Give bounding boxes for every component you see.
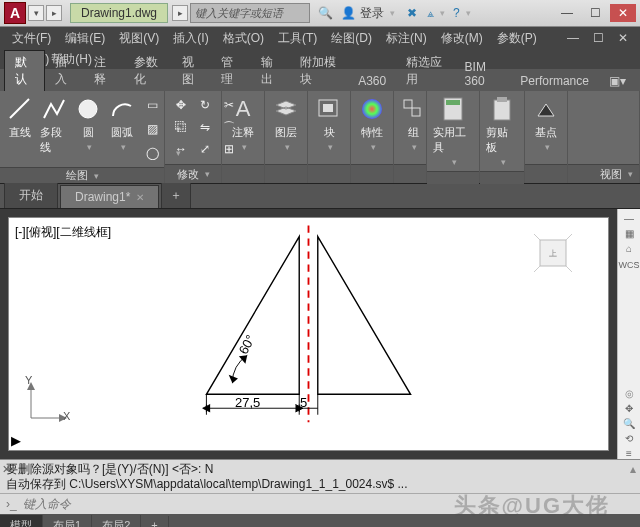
ribbon-tab-view[interactable]: 视图 [172, 51, 211, 91]
layer-button[interactable]: 图层▾ [271, 95, 301, 152]
search-input[interactable]: 键入关键字或短语 [190, 3, 310, 23]
ribbon-tab-param[interactable]: 参数化 [124, 51, 173, 91]
text-icon: A [229, 95, 257, 123]
menu-modify[interactable]: 修改(M) [435, 28, 489, 49]
group-button[interactable]: 组▾ [400, 95, 426, 152]
title-tab-nav[interactable]: ▸ [172, 5, 188, 21]
close-tab-icon[interactable]: ✕ [136, 192, 144, 203]
polyline-button[interactable]: 多段线 [40, 95, 68, 155]
nav-cube-icon[interactable]: ▦ [625, 228, 634, 239]
block-button[interactable]: 块▾ [314, 95, 344, 152]
panel-title-view[interactable]: 视图 [600, 167, 622, 182]
title-document-tab[interactable]: Drawing1.dwg [70, 3, 168, 23]
viewcube[interactable]: 上 [526, 226, 580, 280]
panel-title-modify[interactable]: 修改 [177, 167, 199, 182]
help-icon[interactable]: ? [453, 6, 460, 20]
move-icon[interactable]: ✥ [171, 95, 191, 115]
layout-tab-add[interactable]: + [141, 516, 168, 527]
base-button[interactable]: 基点▾ [531, 95, 561, 152]
login-link[interactable]: 登录 [360, 5, 384, 22]
ribbon-tab-insert[interactable]: 插入 [45, 51, 84, 91]
menu-param[interactable]: 参数(P) [491, 28, 543, 49]
group-icon [399, 95, 427, 123]
svg-line-0 [10, 99, 29, 118]
hatch-icon[interactable]: ▨ [142, 119, 162, 139]
qat-expand[interactable]: ▸ [46, 5, 62, 21]
nav-more-icon[interactable]: ≡ [626, 448, 632, 459]
drawing-canvas[interactable]: [-][俯视][二维线框] 上 27,5 [8, 217, 609, 451]
base-icon [532, 95, 560, 123]
scale-icon[interactable]: ⤢ [195, 139, 215, 159]
block-icon [315, 95, 343, 123]
prop-button[interactable]: 特性▾ [357, 95, 387, 152]
minimize-button[interactable]: — [554, 4, 580, 22]
ribbon-tab-perf[interactable]: Performance [510, 71, 599, 91]
mirror-icon[interactable]: ⇋ [195, 117, 215, 137]
wcs-label[interactable]: WCS [619, 260, 640, 270]
rotate-icon[interactable]: ↻ [195, 95, 215, 115]
a360-icon[interactable]: ⟁ [427, 6, 434, 20]
cmd-scroll-down-icon[interactable]: ▾ [630, 491, 636, 493]
menubar-min[interactable]: — [561, 29, 585, 47]
search-icon[interactable]: 🔍 [318, 6, 333, 20]
panel-title-draw[interactable]: 绘图 [66, 168, 88, 183]
nav-zoom-icon[interactable]: 🔍 [623, 418, 635, 429]
menu-format[interactable]: 格式(O) [217, 28, 270, 49]
util-button[interactable]: 实用工具▾ [433, 95, 473, 167]
cmd-scroll-up-icon[interactable]: ▴ [630, 462, 636, 477]
maximize-button[interactable]: ☐ [582, 4, 608, 22]
clip-button[interactable]: 剪贴板▾ [486, 95, 518, 167]
rect-icon[interactable]: ▭ [142, 95, 162, 115]
layout-tab-model[interactable]: 模型 [0, 515, 43, 528]
ribbon-tab-manage[interactable]: 管理 [211, 51, 250, 91]
text-button[interactable]: A注释▾ [228, 95, 258, 152]
menubar-close[interactable]: ✕ [612, 29, 634, 47]
nav-orbit-icon[interactable]: ⟲ [625, 433, 633, 444]
line-icon [6, 95, 34, 123]
doc-tab-drawing1[interactable]: Drawing1*✕ [60, 185, 159, 208]
cmd-arrow-icon[interactable]: ▶ [11, 433, 21, 448]
ribbon-tab-output[interactable]: 输出 [251, 51, 290, 91]
doc-tab-start[interactable]: 开始 [4, 182, 58, 208]
close-button[interactable]: ✕ [610, 4, 636, 22]
viewport-label[interactable]: [-][俯视][二维线框] [15, 224, 111, 241]
menu-dim[interactable]: 标注(N) [380, 28, 433, 49]
cmd-history-line: 自动保存到 C:\Users\XYSM\appdata\local\temp\D… [6, 477, 612, 492]
ribbon-tab-annotate[interactable]: 注释 [84, 51, 123, 91]
doc-tab-new[interactable]: ＋ [161, 182, 191, 208]
ribbon-collapse-icon[interactable]: ▣▾ [599, 71, 636, 91]
nav-pan-icon[interactable]: ✥ [625, 403, 633, 414]
nav-north-icon[interactable]: — [624, 213, 634, 224]
menu-draw[interactable]: 绘图(D) [325, 28, 378, 49]
arc-button[interactable]: 圆弧▾ [108, 95, 136, 152]
cmd-input[interactable]: 键入命令 [23, 496, 71, 513]
line-button[interactable]: 直线 [6, 95, 34, 140]
svg-rect-9 [494, 100, 510, 120]
nav-home-icon[interactable]: ⌂ [626, 243, 632, 254]
menu-file[interactable]: 文件(F) [6, 28, 57, 49]
menu-edit[interactable]: 编辑(E) [59, 28, 111, 49]
ribbon-tab-addon[interactable]: 附加模块 [290, 51, 348, 91]
svg-rect-10 [497, 97, 507, 102]
copy-icon[interactable]: ⿻ [171, 117, 191, 137]
stretch-icon[interactable]: ↔ [171, 139, 191, 159]
menu-view[interactable]: 视图(V) [113, 28, 165, 49]
qat-dropdown[interactable]: ▾ [28, 5, 44, 21]
layout-tab-1[interactable]: 布局1 [43, 515, 92, 528]
exchange-icon[interactable]: ✖ [407, 6, 417, 20]
menu-insert[interactable]: 插入(I) [167, 28, 214, 49]
dim-gap: 5 [300, 395, 307, 410]
menubar-max[interactable]: ☐ [587, 29, 610, 47]
ribbon-tab-bim360[interactable]: BIM 360 [455, 57, 511, 91]
circle-button[interactable]: 圆▾ [74, 95, 102, 152]
cmd-close-icon[interactable]: ✕ [2, 462, 11, 477]
nav-wheel-icon[interactable]: ◎ [625, 388, 634, 399]
ellipse-icon[interactable]: ◯ [142, 143, 162, 163]
layout-tab-2[interactable]: 布局2 [92, 515, 141, 528]
app-logo-icon[interactable]: A [4, 2, 26, 24]
ribbon-tab-featured[interactable]: 精选应用 [396, 51, 454, 91]
menu-tools[interactable]: 工具(T) [272, 28, 323, 49]
user-icon: 👤 [341, 6, 356, 20]
ribbon-tab-default[interactable]: 默认 [4, 50, 45, 91]
ribbon-tab-a360[interactable]: A360 [348, 71, 396, 91]
